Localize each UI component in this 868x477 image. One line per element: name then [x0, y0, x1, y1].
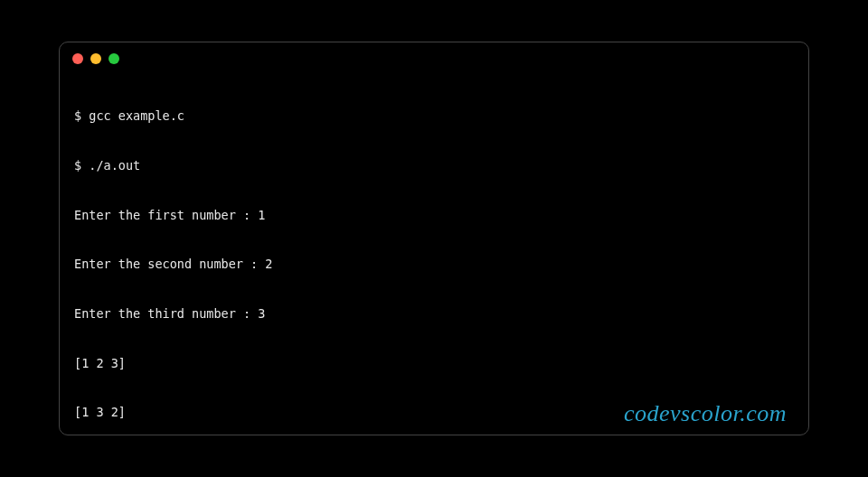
terminal-line: $ gcc example.c: [74, 108, 794, 124]
terminal-line: Enter the third number : 3: [74, 305, 794, 322]
terminal-line: $ ./a.out: [74, 157, 794, 173]
minimize-icon[interactable]: [90, 53, 101, 64]
terminal-line: Enter the second number : 2: [74, 256, 794, 272]
zoom-icon[interactable]: [108, 53, 119, 64]
terminal-content[interactable]: $ gcc example.c $ ./a.out Enter the firs…: [60, 70, 808, 435]
close-icon[interactable]: [72, 53, 83, 64]
watermark: codevscolor.com: [624, 400, 787, 427]
titlebar: [60, 42, 808, 70]
terminal-line: Enter the first number : 1: [74, 207, 794, 223]
terminal-window: $ gcc example.c $ ./a.out Enter the firs…: [59, 42, 809, 435]
terminal-line: [1 2 3]: [74, 355, 794, 371]
